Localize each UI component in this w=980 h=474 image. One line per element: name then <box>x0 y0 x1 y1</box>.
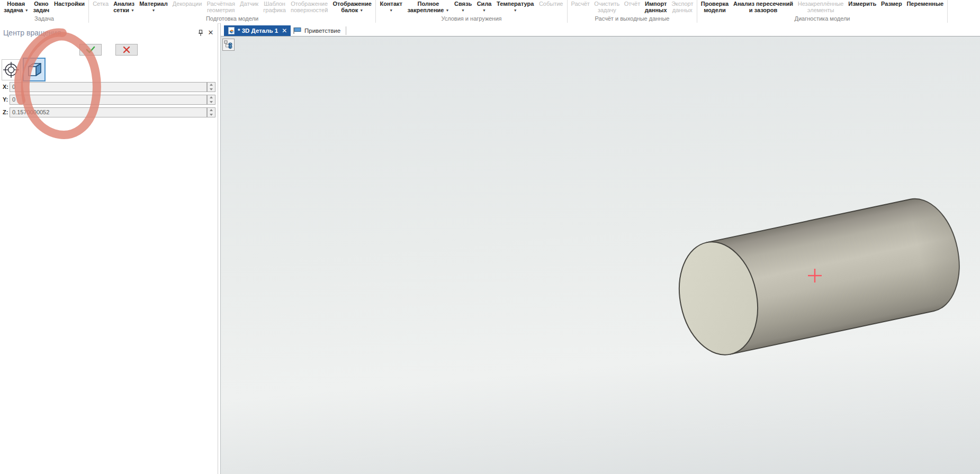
ribbon-item-1-6: Шаблонграфика <box>262 1 287 13</box>
ribbon-item-3-0: Расчёт <box>570 1 591 7</box>
cylinder-far-cap <box>862 192 969 322</box>
ribbon-item-4-0[interactable]: Проверкамодели <box>700 1 730 13</box>
cross-icon <box>123 46 130 53</box>
ribbon-item-1-8[interactable]: Отображениебалок ▼ <box>331 1 372 13</box>
x-spin-up-icon[interactable] <box>208 83 215 87</box>
cancel-button[interactable] <box>115 44 138 56</box>
model-center-button-selected[interactable] <box>23 58 46 81</box>
cylinder-model[interactable] <box>660 190 978 370</box>
ribbon-group-items: Контакт▼Полноезакрепление ▼Связь▼Сила▼Те… <box>376 0 567 16</box>
z-spin-down-icon[interactable] <box>208 113 215 117</box>
x-spinner[interactable] <box>207 82 215 92</box>
y-spinner[interactable] <box>207 95 215 105</box>
z-input[interactable]: 0.1570000052 <box>10 107 207 117</box>
ribbon-item-1-3: Декорации <box>172 1 203 7</box>
ribbon-item-0-2[interactable]: Настройки <box>53 1 86 7</box>
close-icon[interactable]: ✕ <box>207 29 214 37</box>
ribbon-group-label: Задача <box>0 15 88 22</box>
crosshair-icon <box>3 61 20 78</box>
rotation-center-crosshair <box>808 269 822 282</box>
ribbon-group-items: ПроверкамоделиАнализ пересеченийи зазоро… <box>697 0 947 16</box>
ribbon-group-1: СеткаАнализсетки ▼Материал▼ДекорацииРасч… <box>89 0 376 23</box>
ribbon-group-label: Расчёт и выходные данные <box>568 15 697 22</box>
y-spin-down-icon[interactable] <box>208 100 215 105</box>
ribbon-item-2-2[interactable]: Связь▼ <box>453 1 473 13</box>
ribbon-item-1-0: Сетка <box>92 1 110 7</box>
flag-icon <box>293 27 302 34</box>
document-tabbar: * 3D Деталь 1 ✕ Приветствие <box>221 23 980 36</box>
ribbon-item-3-4: Экспортданных <box>670 1 694 13</box>
panel-title: Центр вращения <box>3 29 61 37</box>
apply-button[interactable] <box>79 44 102 56</box>
ribbon-item-1-5: Датчик <box>239 1 259 7</box>
ribbon-item-4-2: Незакреплённыеэлементы <box>797 1 845 13</box>
3d-viewport[interactable] <box>221 36 980 474</box>
ribbon: Новаязадача ▼ОкнозадачНастройкиЗадачаСет… <box>0 0 980 24</box>
ribbon-item-4-4[interactable]: Размер <box>880 1 903 7</box>
ribbon-item-0-0[interactable]: Новаязадача ▼ <box>3 1 30 13</box>
ribbon-group-items: РасчётОчиститьзадачуОтчётИмпортданныхЭкс… <box>568 0 697 16</box>
ribbon-item-2-1[interactable]: Полноезакрепление ▼ <box>407 1 451 13</box>
tab-separator <box>346 26 346 35</box>
ribbon-item-1-4: Расчётнаягеометрия <box>205 1 236 13</box>
tab-welcome[interactable]: Приветствие <box>289 25 345 36</box>
cylinder-body <box>707 192 969 354</box>
model-tree-button[interactable] <box>222 39 235 51</box>
ribbon-item-0-1[interactable]: Окнозадач <box>32 1 51 13</box>
ribbon-item-2-5: Событие <box>538 1 564 7</box>
ribbon-item-4-3[interactable]: Измерить <box>847 1 877 7</box>
pin-icon[interactable] <box>197 29 204 37</box>
x-spin-down-icon[interactable] <box>208 87 215 92</box>
ribbon-item-2-4[interactable]: Температура▼ <box>496 1 535 13</box>
x-input[interactable]: 0 <box>10 82 207 92</box>
ribbon-item-1-1[interactable]: Анализсетки ▼ <box>112 1 136 13</box>
y-input[interactable]: 0 <box>10 95 207 105</box>
ribbon-item-3-1: Очиститьзадачу <box>593 1 621 13</box>
ribbon-group-2: Контакт▼Полноезакрепление ▼Связь▼Сила▼Те… <box>376 0 568 23</box>
ribbon-group-items: СеткаАнализсетки ▼Материал▼ДекорацииРасч… <box>89 0 375 16</box>
z-spin-up-icon[interactable] <box>208 108 215 113</box>
ribbon-group-3: РасчётОчиститьзадачуОтчётИмпортданныхЭкс… <box>568 0 697 23</box>
ribbon-group-label: Условия и нагружения <box>376 15 567 22</box>
y-label: Y: <box>3 96 8 103</box>
part-document-icon <box>228 27 235 34</box>
ribbon-group-items: Новаязадача ▼ОкнозадачНастройки <box>0 0 88 16</box>
ribbon-item-4-1[interactable]: Анализ пересеченийи зазоров <box>732 1 794 13</box>
ribbon-group-4: ПроверкамоделиАнализ пересеченийи зазоро… <box>697 0 948 23</box>
rotation-center-panel: Центр вращения ✕ X:0Y:0 <box>0 23 218 474</box>
ribbon-item-3-3[interactable]: Импортданных <box>644 1 668 13</box>
tab-label: * 3D Деталь 1 <box>238 28 278 34</box>
tab-close-icon[interactable]: ✕ <box>282 27 287 34</box>
ribbon-groups: Новаязадача ▼ОкнозадачНастройкиЗадачаСет… <box>0 0 980 23</box>
ribbon-item-2-0[interactable]: Контакт▼ <box>379 1 403 13</box>
ribbon-group-label: Подготовка модели <box>89 15 375 22</box>
structure-icon <box>224 40 233 49</box>
ribbon-item-2-3[interactable]: Сила▼ <box>476 1 493 13</box>
pick-center-button[interactable] <box>2 59 21 80</box>
x-label: X: <box>3 84 8 90</box>
tab-label: Приветствие <box>304 28 340 34</box>
tab-3d-detail[interactable]: * 3D Деталь 1 ✕ <box>224 25 291 36</box>
ribbon-item-3-2: Отчёт <box>623 1 641 7</box>
z-label: Z: <box>3 109 8 115</box>
cylinder-end-cap <box>669 234 768 362</box>
ribbon-item-1-2[interactable]: Материал▼ <box>138 1 169 13</box>
y-spin-up-icon[interactable] <box>208 95 215 100</box>
ribbon-item-4-5[interactable]: Переменные <box>905 1 945 7</box>
z-spinner[interactable] <box>207 107 215 117</box>
ribbon-item-1-7: Отображениеповерхностей <box>290 1 329 13</box>
app-window: { "ribbon": { "groups": [ { "label": "За… <box>0 0 980 474</box>
ribbon-group-label: Диагностика модели <box>697 15 947 22</box>
ribbon-group-0: Новаязадача ▼ОкнозадачНастройкиЗадача <box>0 0 89 23</box>
check-icon <box>85 46 96 53</box>
cube-icon <box>25 61 43 79</box>
